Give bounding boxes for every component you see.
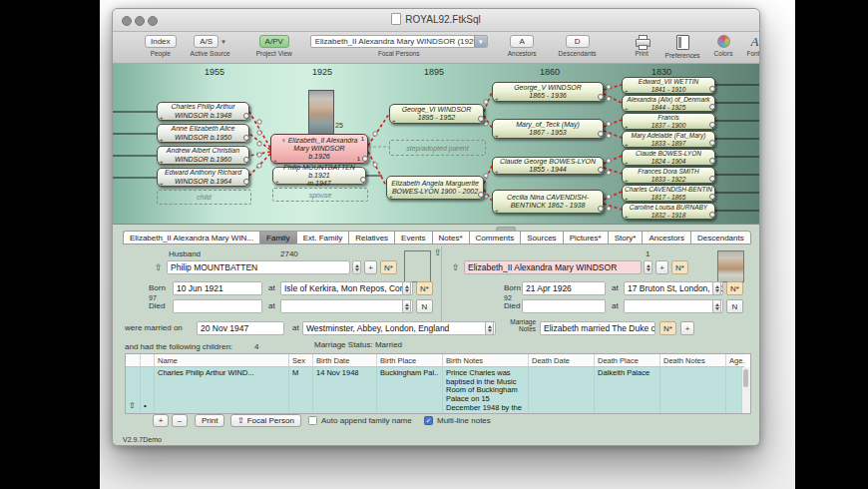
expand-icon[interactable]: +: [495, 208, 499, 214]
husband-died-date-field[interactable]: [173, 299, 262, 313]
tab-relatives[interactable]: Relatives: [348, 231, 394, 244]
expand-icon[interactable]: +: [625, 124, 629, 130]
expand-icon[interactable]: +: [389, 194, 393, 200]
tab-ancestors[interactable]: Ancestors: [642, 231, 690, 244]
tab-family[interactable]: Family: [259, 231, 296, 244]
active-source-button[interactable]: A/S: [194, 35, 218, 48]
expand-icon[interactable]: +: [495, 133, 499, 139]
husband-died-place-field[interactable]: [280, 299, 413, 313]
person-box-philip[interactable]: Philip MOUNTBATTEN b.1921m.1947 +: [272, 167, 366, 185]
wife-name-field[interactable]: Elizabeth_II Alexandra Mary WINDSOR: [464, 260, 642, 274]
husband-died-place-stepper[interactable]: [402, 299, 411, 313]
expand-icon[interactable]: +: [625, 88, 629, 94]
expand-icon[interactable]: +: [160, 137, 164, 143]
tab-descendants[interactable]: Descendants: [690, 231, 751, 244]
married-date-field[interactable]: 20 Nov 1947: [197, 321, 284, 335]
person-box-charles-cavendish-bentinck[interactable]: Charles CAVENDISH-BENTIN1817 - 1865 +: [622, 185, 715, 202]
person-box-charles[interactable]: Charles Philip ArthurWINDSOR b.1948 +: [157, 102, 249, 121]
married-place-field[interactable]: Westminster, Abbey, London, England: [302, 321, 496, 335]
person-box-andrew[interactable]: Andrew Albert ChristianWINDSOR b.1960 +: [157, 146, 249, 165]
person-box-george-vi[interactable]: George_VI WINDSOR1895 - 1952 +: [389, 104, 484, 124]
marriage-notes-button[interactable]: N*: [659, 321, 676, 335]
expand-icon[interactable]: +: [625, 106, 629, 112]
person-box-frances-dora-smith[interactable]: Frances Dora SMITH1833 - 1922 +: [622, 167, 715, 184]
colors-icon[interactable]: [717, 35, 730, 48]
auto-append-checkbox[interactable]: [308, 416, 317, 425]
wife-died-place-field[interactable]: [624, 299, 723, 313]
person-box-mary-adelaide[interactable]: Mary Adelaide (Fat_Mary)1833 - 1897 +: [622, 131, 715, 148]
married-place-stepper[interactable]: [485, 321, 494, 335]
husband-photo[interactable]: [404, 250, 431, 282]
expand-icon[interactable]: +: [495, 96, 499, 102]
wife-photo[interactable]: [717, 250, 744, 282]
expand-icon[interactable]: +: [495, 169, 499, 175]
husband-notes-button[interactable]: N*: [380, 260, 397, 274]
expand-icon[interactable]: +: [625, 178, 629, 184]
tab-events[interactable]: Events: [394, 231, 431, 244]
remove-child-button[interactable]: –: [172, 414, 188, 427]
tab-ext-family[interactable]: Ext. Family: [296, 231, 349, 244]
person-box-elizabeth-ii[interactable]: ♀ Elizabeth_II Alexandra Mary WINDSORb.1…: [270, 134, 368, 164]
tab-pictures[interactable]: Pictures*: [563, 231, 608, 244]
husband-born-notes-button[interactable]: N*: [416, 281, 433, 295]
expand-icon[interactable]: +: [160, 115, 164, 121]
expand-icon[interactable]: +: [625, 196, 629, 202]
wife-died-date-field[interactable]: [522, 299, 606, 313]
wife-died-place-stepper[interactable]: [712, 299, 721, 313]
person-box-alexandra-of-denmark[interactable]: Alexandra (Alix) of_Denmark1844 - 1925 +: [622, 95, 715, 112]
person-box-elizabeth-bowes-lyon[interactable]: Elizabeth Angela MargueriteBOWES-LYON 19…: [386, 176, 484, 200]
marriage-notes-field[interactable]: Elizabeth married The Duke of: [540, 321, 655, 335]
person-box-mary-of-teck[interactable]: Mary_of_Teck (May)1867 - 1953 +: [492, 119, 604, 139]
person-box-francis[interactable]: Francis1837 - 1900 +: [622, 113, 715, 130]
person-box-cecilia-cavendish-bentinck[interactable]: Cecilia Nina CAVENDISH-BENTINCK 1862 - 1…: [492, 190, 604, 214]
project-view-button[interactable]: A/PV: [259, 35, 289, 48]
tab-person[interactable]: Elizabeth_II Alexandra Mary WIN...: [123, 231, 259, 244]
title-bar[interactable]: ROYAL92.FtkSql: [113, 9, 759, 32]
make-focal-icon[interactable]: ⇧: [452, 262, 460, 272]
expand-icon[interactable]: +: [275, 179, 279, 185]
tab-sources[interactable]: Sources: [520, 231, 562, 244]
expand-icon[interactable]: +: [625, 160, 629, 166]
add-child-button[interactable]: +: [153, 414, 169, 427]
index-button[interactable]: Index: [145, 35, 177, 48]
ancestors-button[interactable]: A: [510, 35, 534, 48]
wife-born-place-stepper[interactable]: [712, 281, 721, 295]
row-focal-icon[interactable]: ⇧: [129, 401, 136, 410]
expand-icon[interactable]: +: [160, 181, 164, 187]
multiline-notes-checkbox[interactable]: ✓: [424, 416, 433, 425]
husband-name-field[interactable]: Philip MOUNTBATTEN: [167, 260, 350, 274]
print-icon[interactable]: [635, 35, 650, 48]
expand-icon[interactable]: +: [625, 142, 629, 148]
children-table[interactable]: Name Sex Birth Date Birth Place Birth No…: [125, 353, 751, 414]
wife-notes-button[interactable]: N*: [671, 260, 688, 274]
husband-add-button[interactable]: +: [364, 260, 377, 274]
active-source-dropdown-icon[interactable]: ▼: [220, 39, 226, 45]
swap-spouse-icon[interactable]: ⇧: [434, 247, 442, 257]
person-box-claude-george-bowes-lyon[interactable]: Claude George BOWES-LYON1855 - 1944 +: [492, 157, 604, 175]
husband-name-stepper[interactable]: [352, 260, 361, 274]
wife-died-notes-button[interactable]: N: [726, 299, 743, 313]
child-row-charles[interactable]: Charles Philip Arthur WIND... M 14 Nov 1…: [126, 367, 750, 413]
pedigree-tree-view[interactable]: 1955 1925 1895 1860 1830: [113, 64, 759, 225]
person-box-anne[interactable]: Anne Elizabeth AliceWINDSOR b.1950 +: [157, 124, 249, 143]
person-box-edward-vii[interactable]: Edward_VII WETTIN1841 - 1910 +: [622, 77, 715, 94]
focal-person-select[interactable]: Elizabeth_II Alexandra Mary WINDSOR (192…: [310, 35, 488, 48]
print-button[interactable]: Print: [195, 414, 224, 427]
expand-icon[interactable]: +: [160, 159, 164, 165]
marriage-add-button[interactable]: +: [680, 321, 694, 335]
husband-born-place-stepper[interactable]: [402, 281, 411, 295]
wife-born-date-field[interactable]: 21 Apr 1926: [522, 281, 606, 295]
person-box-edward[interactable]: Edward Anthony RichardWINDSOR b.1964 +: [157, 168, 249, 187]
preferences-icon[interactable]: [676, 35, 689, 50]
children-table-header[interactable]: Name Sex Birth Date Birth Place Birth No…: [126, 354, 750, 367]
wife-add-button[interactable]: +: [655, 260, 668, 274]
wife-name-stepper[interactable]: [644, 260, 652, 274]
descendants-button[interactable]: D: [566, 35, 590, 48]
make-focal-icon[interactable]: ⇧: [155, 262, 163, 272]
husband-born-date-field[interactable]: 10 Jun 1921: [173, 281, 262, 295]
tab-comments[interactable]: Comments: [469, 231, 521, 244]
husband-died-notes-button[interactable]: N: [416, 299, 433, 313]
tab-story[interactable]: Story*: [608, 231, 643, 244]
fonts-icon[interactable]: A: [751, 35, 759, 48]
husband-born-place-field[interactable]: Isle of Kerkira, Mon Repos, Corfu: [280, 281, 413, 295]
